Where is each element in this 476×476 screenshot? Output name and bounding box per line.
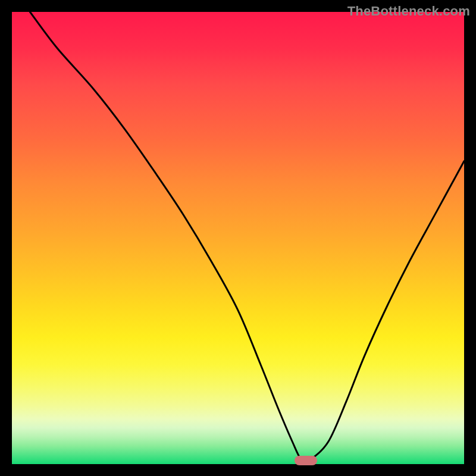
bottleneck-curve-path [30,12,464,462]
watermark-text: TheBottleneck.com [347,4,470,19]
optimal-point-marker [295,456,317,465]
chart-plot-area [12,12,464,464]
chart-curve [12,12,464,464]
chart-frame [12,12,464,464]
